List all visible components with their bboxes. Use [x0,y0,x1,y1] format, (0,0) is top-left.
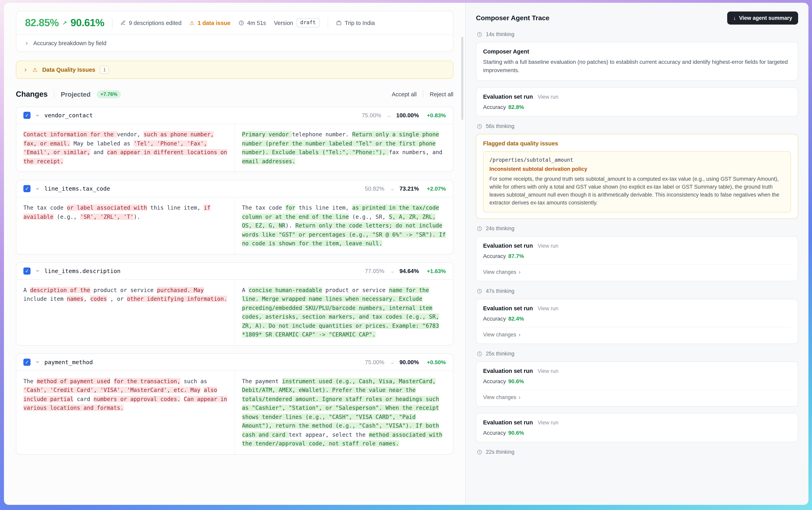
accuracy-row: Accuracy 90.6% [483,378,791,385]
trace-header: Composer Agent Trace ↓ View agent summar… [476,11,798,25]
view-run-link[interactable]: View run [538,368,558,374]
data-quality-label: Data Quality Issues [42,66,95,73]
stats-row: 82.85% ↗ 90.61% 9 descriptions edited ⚠ … [16,11,453,34]
check-icon: ✓ [25,186,29,191]
agent-card: Composer Agent Starting with a full base… [476,42,798,81]
chevron-down-icon[interactable] [35,187,40,191]
accuracy-breakdown-toggle[interactable]: Accuracy breakdown by field [16,35,453,52]
accuracy-value: 90.6% [508,430,524,436]
field-card-header: ✓ vendor_contact 75.00% → 100.00% +0.83% [16,107,453,124]
field-checkbox[interactable]: ✓ [23,185,30,192]
field-card: ✓ line_items.description 77.05% → 94.64%… [16,262,453,345]
clock-icon [477,351,482,357]
data-issue-indicator[interactable]: ⚠ 1 data issue [190,20,230,26]
new-description: The tax code for this line item, as prin… [234,197,453,254]
field-checkbox[interactable]: ✓ [23,112,30,119]
data-quality-count-badge: 1 [100,66,109,74]
old-accuracy: 75.00% [365,359,384,365]
view-run-link[interactable]: View run [538,306,558,311]
description-diff: Contact information for the vendor, such… [16,124,453,172]
accuracy-label: Accuracy [483,104,506,110]
accuracy-value: 87.7% [508,253,524,259]
accuracy-row: Accuracy 87.7% [483,253,791,259]
project-name: Trip to India [345,20,375,26]
check-icon: ✓ [25,113,29,118]
tab-projected[interactable]: Projected [61,90,91,98]
chevron-down-icon[interactable] [35,269,40,273]
accuracy-value: 90.6% [508,378,524,385]
new-accuracy: 73.21% [400,186,419,192]
old-description: Contact information for the vendor, such… [16,124,234,172]
warning-icon: ⚠ [32,66,37,73]
view-agent-summary-label: View agent summary [739,15,792,21]
eval-card-title: Evaluation set run [483,305,533,311]
duration-indicator: 4m 51s [238,20,266,26]
version-label: Version [274,20,293,26]
clock-icon [477,288,482,294]
reject-all-button[interactable]: Reject all [430,91,453,97]
new-accuracy: 100.00% [396,112,419,118]
old-description: The method of payment used for the trans… [16,371,234,454]
chevron-down-icon[interactable] [35,360,40,364]
field-checkbox[interactable]: ✓ [23,359,30,366]
version-indicator: Version draft [274,19,320,27]
issue-description: For some receipts, the ground truth sets… [489,175,785,207]
old-description: The tax code or label associated with th… [16,197,234,254]
bulk-actions: Accept all Reject all [392,90,453,98]
arrow-right-icon: → [389,186,395,192]
old-accuracy: 75.00% [361,112,381,118]
version-badge[interactable]: draft [296,19,320,27]
divider [328,18,328,28]
arrow-right-icon: → [389,268,395,274]
accuracy-label: Accuracy [483,430,506,436]
eval-card: Evaluation set run View run Accuracy 90.… [476,361,798,406]
gradient-frame: 82.85% ↗ 90.61% 9 descriptions edited ⚠ … [0,0,812,510]
eval-card-title: Evaluation set run [483,368,533,374]
chevron-right-icon: › [519,394,521,400]
field-card: ✓ payment_method 75.00% → 90.00% +0.50% … [16,353,453,454]
thinking-row: 47s thinking [477,288,798,294]
field-name: vendor_contact [45,112,93,118]
briefcase-icon [336,20,342,26]
tab-changes[interactable]: Changes [16,90,48,99]
view-agent-summary-button[interactable]: ↓ View agent summary [727,11,798,25]
accuracy-label: Accuracy [483,253,506,259]
chevron-down-icon[interactable] [35,113,40,117]
app-window: 82.85% ↗ 90.61% 9 descriptions edited ⚠ … [4,3,808,505]
accuracy-summary-card: 82.85% ↗ 90.61% 9 descriptions edited ⚠ … [16,11,453,52]
accuracy-row: Accuracy 90.6% [483,430,791,436]
field-checkbox[interactable]: ✓ [23,267,30,275]
agent-card-title: Composer Agent [483,48,791,55]
view-run-link[interactable]: View run [538,243,558,249]
thinking-row: 56s thinking [477,123,798,129]
view-changes-link[interactable]: View changes › [483,327,791,338]
chevron-right-icon: › [519,269,521,275]
field-card-header: ✓ line_items.description 77.05% → 94.64%… [16,262,453,279]
arrow-down-icon: ↓ [733,15,736,21]
delta-badge: +0.83% [427,112,446,118]
delta-badge: +1.63% [427,268,446,274]
new-description: Primary vendor telephone number. Return … [234,124,453,172]
new-accuracy: 90.00% [400,359,419,365]
view-run-link[interactable]: View run [538,420,558,426]
field-name: line_items.description [45,268,120,274]
accuracy-change-group: 82.85% ↗ 90.61% [25,17,104,29]
divider [423,90,424,98]
old-description: A description of the product or service … [16,280,234,345]
accuracy-label: Accuracy [483,378,506,385]
accuracy-value: 82.8% [508,104,524,110]
new-description: The payment instrument used (e.g., Cash,… [234,371,453,454]
view-run-link[interactable]: View run [538,94,558,100]
view-changes-link[interactable]: View changes › [483,264,791,275]
eval-card: Evaluation set run View run Accuracy 87.… [476,236,798,281]
data-quality-banner[interactable]: ⚠ Data Quality Issues 1 [16,61,453,79]
delta-badge: +0.50% [427,359,446,365]
view-changes-link[interactable]: View changes › [483,390,791,400]
old-accuracy: 77.05% [365,268,384,274]
accuracy-before: 82.85% [25,17,59,29]
accept-all-button[interactable]: Accept all [392,91,417,97]
left-scrollbar-thumb[interactable] [461,37,463,120]
new-description: A concise human-readable product or serv… [234,280,453,345]
clock-icon [477,31,482,37]
agent-card-body: Starting with a full baseline evaluation… [483,58,791,75]
